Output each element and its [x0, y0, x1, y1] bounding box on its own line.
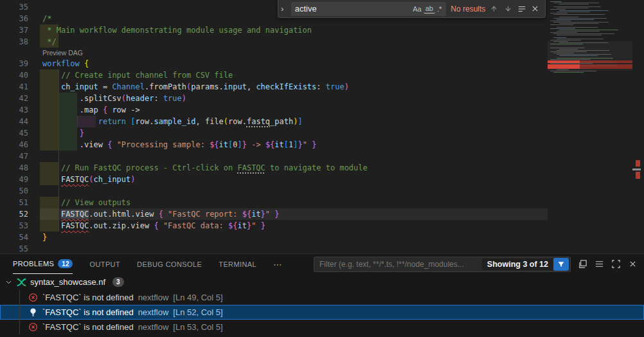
current-line-mark	[632, 168, 641, 170]
file-problem-count-badge: 3	[112, 277, 124, 287]
code-lines[interactable]: 3536/*37 * Main workflow demonstrating m…	[0, 1, 548, 253]
problems-filter-box[interactable]: Showing 3 of 12	[314, 257, 571, 272]
panel-tab-terminal[interactable]: TERMINAL	[219, 255, 256, 274]
find-in-selection-icon[interactable]	[517, 5, 528, 14]
code-editor[interactable]: 3536/*37 * Main workflow demonstrating m…	[0, 0, 644, 253]
problem-row[interactable]: `FASTQC` is not definednextflow[Ln 49, C…	[0, 290, 644, 305]
find-results-status: No results	[451, 5, 485, 14]
code-text: */	[42, 37, 57, 46]
code-line[interactable]: 54}	[0, 232, 548, 243]
code-line[interactable]: 40 // Create input channel from CSV file	[0, 69, 548, 81]
whole-word-icon[interactable]: ab	[424, 4, 435, 14]
collapse-all-icon[interactable]	[577, 259, 587, 269]
code-line[interactable]: 43 .map { row ->	[0, 104, 548, 116]
problem-row[interactable]: `FASTQC` is not definednextflow[Ln 53, C…	[0, 320, 644, 334]
panel-tab-output[interactable]: OUTPUT	[89, 255, 120, 274]
minimap[interactable]	[548, 0, 632, 253]
code-line[interactable]: 46 .view { "Processing sample: ${it[0]} …	[0, 139, 548, 150]
code-line-content[interactable]	[40, 243, 548, 253]
code-line-content[interactable]: .splitCsv(header: true)	[40, 93, 548, 104]
code-line-content[interactable]: workflow {	[40, 58, 548, 69]
code-line-content[interactable]: ch_input = Channel.fromPath(params.input…	[40, 81, 548, 93]
code-line[interactable]: 52 FASTQC.out.html.view { "FastQC report…	[0, 208, 548, 220]
code-lens[interactable]: Preview DAG	[0, 48, 548, 58]
code-text: FASTQC(ch_input)	[42, 175, 136, 184]
code-line-content[interactable]: FASTQC.out.html.view { "FastQC report: $…	[40, 208, 548, 220]
code-line[interactable]: 44 return [row.sample_id, file(row.fastq…	[0, 116, 548, 127]
indent-guide	[58, 150, 59, 162]
line-number: 53	[0, 220, 28, 232]
filter-funnel-icon[interactable]	[553, 258, 569, 271]
problems-filter-input[interactable]	[319, 260, 482, 269]
panel-tab-problems[interactable]: PROBLEMS12	[13, 255, 73, 274]
problem-message: `FASTQC` is not defined	[42, 307, 134, 317]
code-line[interactable]: 47	[0, 150, 548, 162]
code-text: .splitCsv(header: true)	[42, 94, 186, 103]
code-line[interactable]: 41 ch_input = Channel.fromPath(params.in…	[0, 81, 548, 93]
code-line[interactable]: 53 FASTQC.out.zip.view { "FastQC data: $…	[0, 220, 548, 232]
problems-count-badge: 12	[58, 259, 73, 268]
code-line-content[interactable]: return [row.sample_id, file(row.fastq_pa…	[40, 116, 548, 127]
code-line[interactable]: 49 FASTQC(ch_input)	[0, 174, 548, 185]
error-mark	[636, 172, 640, 179]
regex-icon[interactable]: .*	[435, 5, 443, 14]
line-number: 42	[0, 93, 28, 104]
code-line-content[interactable]: .view { "Processing sample: ${it[0]} -> …	[40, 139, 548, 150]
line-number: 52	[0, 208, 28, 220]
problem-message: `FASTQC` is not defined	[42, 322, 134, 332]
match-case-icon[interactable]: Aa	[411, 5, 423, 14]
code-line-content[interactable]: // Run FastQC process - Ctrl-click on FA…	[40, 162, 548, 174]
code-line[interactable]: 48 // Run FastQC process - Ctrl-click on…	[0, 162, 548, 174]
code-line[interactable]: 51 // View outputs	[0, 197, 548, 208]
line-number: 39	[0, 58, 28, 69]
code-text: // Run FastQC process - Ctrl-click on FA…	[42, 163, 368, 172]
panel-tabs: PROBLEMS12OUTPUTDEBUG CONSOLETERMINAL⋯	[13, 255, 314, 274]
line-number: 40	[0, 69, 28, 81]
code-line[interactable]: 38 */	[0, 36, 548, 48]
code-line[interactable]: 39workflow {	[0, 58, 548, 69]
code-line-content[interactable]	[40, 185, 548, 197]
panel-tab-debug-console[interactable]: DEBUG CONSOLE	[137, 255, 202, 274]
line-number: 35	[0, 1, 28, 13]
problem-location: [Ln 52, Col 5]	[173, 307, 222, 317]
code-lens-link[interactable]: Preview DAG	[40, 48, 83, 58]
find-previous-icon[interactable]	[490, 5, 500, 13]
problem-location: [Ln 49, Col 5]	[173, 293, 222, 302]
line-number	[0, 48, 28, 58]
line-number: 43	[0, 104, 28, 116]
line-number: 48	[0, 162, 28, 174]
close-find-icon[interactable]	[531, 5, 541, 13]
code-line[interactable]: 42 .splitCsv(header: true)	[0, 93, 548, 104]
code-line-content[interactable]: * Main workflow demonstrating module usa…	[40, 24, 548, 36]
code-line[interactable]: 50	[0, 185, 548, 197]
code-line-content[interactable]: FASTQC(ch_input)	[40, 174, 548, 185]
panel-actions: Showing 3 of 12	[314, 257, 638, 272]
code-line[interactable]: 55	[0, 243, 548, 253]
problem-row[interactable]: `FASTQC` is not definednextflow[Ln 52, C…	[0, 305, 644, 320]
toggle-replace-icon[interactable]: ›	[281, 4, 288, 14]
find-next-icon[interactable]	[504, 5, 514, 13]
code-line-content[interactable]: }	[40, 127, 548, 139]
code-line[interactable]: 45 }	[0, 127, 548, 139]
code-line-content[interactable]: FASTQC.out.zip.view { "FastQC data: ${it…	[40, 220, 548, 232]
code-text: workflow {	[42, 59, 89, 68]
more-views-icon[interactable]: ⋯	[273, 259, 283, 269]
maximize-panel-icon[interactable]	[611, 259, 621, 269]
code-line[interactable]: 37 * Main workflow demonstrating module …	[0, 24, 548, 36]
find-input[interactable]	[295, 4, 411, 14]
overview-ruler[interactable]	[632, 0, 644, 253]
code-line-content[interactable]: // Create input channel from CSV file	[40, 69, 548, 81]
view-as-table-icon[interactable]	[594, 259, 604, 269]
line-number: 37	[0, 24, 28, 36]
code-text: /*	[42, 14, 51, 23]
problems-file-row[interactable]: syntax_showcase.nf 3	[0, 274, 644, 290]
code-line-content[interactable]: // View outputs	[40, 197, 548, 208]
minimap-slider[interactable]	[548, 41, 632, 71]
code-line-content[interactable]	[40, 150, 548, 162]
code-line-content[interactable]: .map { row ->	[40, 104, 548, 116]
code-line-content[interactable]: */	[40, 36, 548, 48]
find-input-box[interactable]: Aa ab .*	[291, 2, 447, 16]
close-panel-icon[interactable]	[627, 259, 638, 269]
code-line-content[interactable]: }	[40, 232, 548, 243]
error-icon	[28, 322, 38, 332]
